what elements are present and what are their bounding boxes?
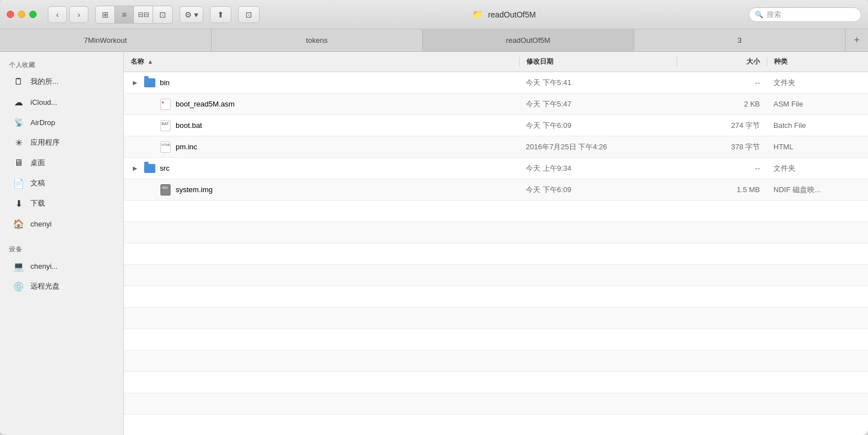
folder-icon [144, 77, 155, 88]
sidebar-item-icloud[interactable]: ☁ iCloud... [3, 92, 120, 112]
sidebar-item-chenyi-mac[interactable]: 💻 chenyi... [3, 256, 120, 276]
breadcrumb-tab-7minworkout[interactable]: 7MinWorkout [0, 29, 212, 51]
empty-row [124, 201, 868, 222]
view-columns-icon: ⊟⊟ [138, 11, 149, 19]
file-name: boot.bat [176, 121, 202, 130]
table-row[interactable]: IMG system.img 今天 下午6:09 1.5 MB NDIF 磁盘映… [124, 179, 868, 201]
breadcrumb-tabs: 7MinWorkout tokens readOutOf5M 3 + [0, 29, 868, 52]
share-icon: ⬆ [217, 10, 224, 19]
view-icons-button[interactable]: ⊞ [96, 6, 115, 23]
tag-button[interactable]: ⊡ [238, 6, 259, 23]
back-icon: ‹ [56, 10, 59, 19]
html-file-icon: HTML [160, 141, 171, 153]
disk-icon: 💿 [12, 280, 25, 292]
breadcrumb-tab-tokens[interactable]: tokens [212, 29, 423, 51]
view-cover-icon: ⊡ [159, 10, 166, 19]
file-name-cell: BAT boot.bat [124, 120, 519, 131]
sidebar-item-label: chenyi [30, 220, 52, 228]
file-size: 2 KB [677, 100, 767, 108]
sidebar-item-airdrop[interactable]: 📡 AirDrop [3, 113, 120, 132]
breadcrumb-tab-3[interactable]: 3 [634, 29, 846, 51]
add-tab-button[interactable]: + [845, 29, 868, 51]
sidebar-item-documents[interactable]: 📄 文稿 [3, 174, 120, 193]
column-kind[interactable]: 种类 [767, 57, 868, 66]
file-area: 名称 ▲ 修改日期 大小 种类 ▶ [124, 52, 868, 435]
sidebar-item-my-files[interactable]: 🗒 我的所... [3, 72, 120, 91]
file-date: 今天 上午9:34 [519, 163, 677, 174]
sidebar-item-label: AirDrop [30, 118, 55, 127]
maximize-button[interactable] [29, 11, 37, 18]
expand-icon[interactable]: ▶ [131, 79, 140, 86]
airdrop-icon: 📡 [12, 116, 25, 128]
icloud-icon: ☁ [12, 96, 25, 108]
devices-section-title: 设备 [0, 241, 123, 256]
forward-icon: › [78, 10, 80, 19]
file-kind: ASM File [767, 100, 868, 108]
column-kind-label: 种类 [774, 57, 788, 65]
laptop-icon: 💻 [12, 260, 25, 272]
sidebar-item-remote-disk[interactable]: 💿 远程光盘 [3, 277, 120, 296]
column-name[interactable]: 名称 ▲ [124, 57, 519, 66]
empty-row [124, 329, 868, 350]
table-row[interactable]: ▶ src 今天 上午9:34 -- 文件夹 [124, 158, 868, 179]
sidebar-item-downloads[interactable]: ⬇ 下载 [3, 194, 120, 213]
bat-file-icon: BAT [160, 120, 171, 131]
empty-row [124, 222, 868, 243]
file-name-cell: HTML pm.inc [124, 141, 519, 153]
column-size-label: 大小 [746, 57, 760, 65]
search-box[interactable]: 🔍 搜索 [749, 7, 861, 22]
apps-icon: ✳ [12, 136, 25, 149]
file-kind: 文件夹 [767, 163, 868, 174]
file-kind: Batch File [767, 121, 868, 130]
empty-row [124, 286, 868, 308]
img-file-icon: IMG [160, 184, 171, 196]
home-icon: 🏠 [12, 218, 25, 230]
finder-window: ‹ › ⊞ ≡ ⊟⊟ ⊡ ⚙ ▾ ⬆ [0, 0, 868, 435]
column-size[interactable]: 大小 [677, 57, 767, 66]
downloads-icon: ⬇ [12, 197, 25, 210]
nav-buttons: ‹ › [48, 6, 88, 23]
sidebar-item-apps[interactable]: ✳ 应用程序 [3, 133, 120, 152]
sidebar-item-label: iCloud... [30, 98, 57, 106]
forward-button[interactable]: › [69, 6, 88, 23]
gear-icon: ⚙ [185, 10, 192, 19]
desktop-icon: 🖥 [12, 157, 25, 169]
sidebar-item-chenyi[interactable]: 🏠 chenyi [3, 214, 120, 233]
my-files-icon: 🗒 [12, 76, 25, 88]
column-date[interactable]: 修改日期 [519, 57, 677, 66]
sidebar-item-label: 远程光盘 [30, 281, 60, 291]
table-row[interactable]: BAT boot.bat 今天 下午6:09 274 字节 Batch File [124, 115, 868, 136]
minimize-button[interactable] [18, 11, 25, 18]
empty-row [124, 393, 868, 415]
file-name-cell: ■ boot_read5M.asm [124, 99, 519, 110]
table-row[interactable]: ▶ bin 今天 下午5:41 -- 文件夹 [124, 72, 868, 94]
table-row[interactable]: HTML pm.inc 2016年7月25日 下午4:26 378 字节 HTM… [124, 136, 868, 158]
column-date-label: 修改日期 [526, 57, 553, 65]
view-cover-button[interactable]: ⊡ [153, 6, 172, 23]
table-row[interactable]: ■ boot_read5M.asm 今天 下午5:47 2 KB ASM Fil… [124, 94, 868, 115]
file-date: 今天 下午6:09 [519, 185, 677, 195]
breadcrumb-tab-readoutof5m[interactable]: readOutOf5M [423, 29, 634, 51]
back-button[interactable]: ‹ [48, 6, 67, 23]
file-name: pm.inc [176, 143, 197, 151]
file-size: -- [677, 78, 767, 87]
file-name: boot_read5M.asm [176, 100, 235, 108]
view-list-button[interactable]: ≡ [115, 6, 134, 23]
documents-icon: 📄 [12, 177, 25, 189]
sidebar-item-label: chenyi... [30, 262, 57, 270]
sort-button[interactable]: ⚙ ▾ [180, 6, 203, 23]
file-size: 274 字节 [677, 121, 767, 131]
file-name-cell: IMG system.img [124, 184, 519, 196]
sidebar-item-desktop[interactable]: 🖥 桌面 [3, 153, 120, 172]
empty-row [124, 243, 868, 265]
close-button[interactable] [7, 11, 14, 18]
folder-icon: 📁 [472, 9, 484, 20]
view-list-icon: ≡ [122, 10, 126, 19]
view-columns-button[interactable]: ⊟⊟ [134, 6, 153, 23]
sort-arrow-icon: ▲ [147, 59, 153, 65]
expand-icon[interactable]: ▶ [131, 165, 140, 171]
file-date: 今天 下午6:09 [519, 121, 677, 131]
file-date: 今天 下午5:47 [519, 99, 677, 109]
view-controls: ⊞ ≡ ⊟⊟ ⊡ [95, 6, 173, 24]
share-button[interactable]: ⬆ [210, 6, 231, 23]
